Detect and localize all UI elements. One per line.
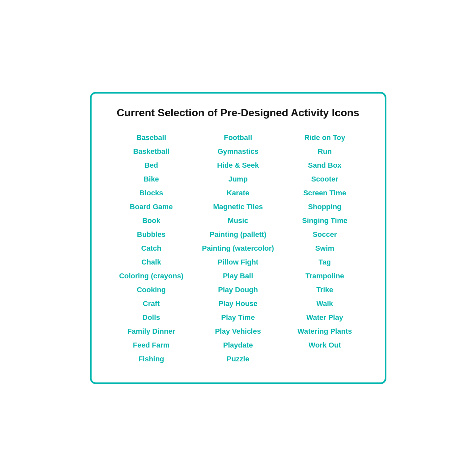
list-item: Shopping [307,200,343,214]
main-card: Current Selection of Pre-Designed Activi… [90,92,386,384]
list-item: Trampoline [304,269,345,283]
list-item: Chalk [140,255,162,269]
list-item: Jump [227,172,249,186]
list-item: Play Time [220,311,256,324]
list-item: Swim [314,241,335,255]
list-item: Coloring (crayons) [118,269,185,283]
list-item: Scooter [310,172,340,186]
column-2: FootballGymnasticsHide & SeekJumpKarateM… [195,131,281,366]
list-item: Painting (watercolor) [201,241,275,255]
list-item: Book [141,214,162,228]
list-item: Puzzle [225,352,250,366]
list-item: Play Dough [217,283,259,297]
column-1: BaseballBasketballBedBikeBlocksBoard Gam… [108,131,195,366]
list-item: Board Game [128,200,174,214]
list-item: Painting (pallett) [208,228,267,241]
list-item: Run [316,145,333,158]
list-item: Catch [140,241,163,255]
list-item: Tag [317,255,332,269]
list-item: Play Vehicles [214,324,262,338]
list-item: Baseball [135,131,168,145]
list-item: Bike [142,172,160,186]
list-item: Magnetic Tiles [212,200,264,214]
list-item: Basketball [132,145,171,158]
list-item: Screen Time [302,186,348,200]
list-item: Hide & Seek [216,158,260,172]
list-item: Work Out [307,338,343,352]
page-title: Current Selection of Pre-Designed Activi… [108,107,368,119]
list-item: Craft [141,297,161,311]
list-item: Feed Farm [132,338,171,352]
list-item: Fishing [137,352,165,366]
list-item: Watering Plants [296,324,353,338]
list-item: Soccer [311,228,338,241]
list-item: Blocks [138,186,164,200]
list-item: Pillow Fight [216,255,260,269]
list-item: Play House [217,297,259,311]
list-item: Cooking [135,283,167,297]
list-item: Dolls [141,311,161,324]
list-item: Water Play [305,311,345,324]
list-item: Music [226,214,249,228]
list-item: Karate [225,186,250,200]
list-item: Family Dinner [126,324,176,338]
list-item: Bed [143,158,159,172]
list-item: Sand Box [307,158,343,172]
list-item: Ride on Toy [303,131,347,145]
columns-container: BaseballBasketballBedBikeBlocksBoard Gam… [108,131,368,366]
list-item: Trike [315,283,334,297]
list-item: Play Ball [222,269,255,283]
column-3: Ride on ToyRunSand BoxScooterScreen Time… [281,131,368,366]
list-item: Gymnastics [216,145,260,158]
list-item: Walk [315,297,335,311]
list-item: Bubbles [136,228,167,241]
list-item: Playdate [222,338,254,352]
list-item: Football [223,131,254,145]
list-item: Singing Time [301,214,349,228]
